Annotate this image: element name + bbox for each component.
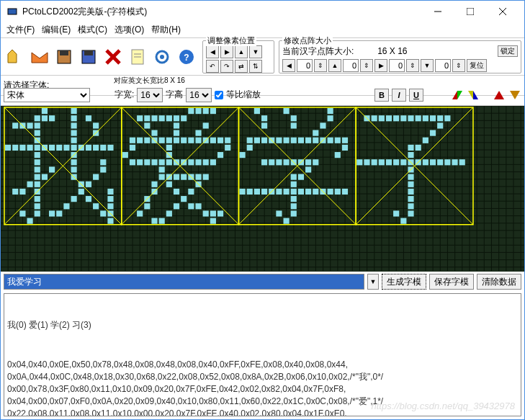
italic-button[interactable]: I (392, 89, 406, 102)
svg-rect-218 (166, 138, 172, 143)
pixel-pos-group: 调整像素位置 ◀ ▶ ▲ ▼ ↶ ↷ ⇄ ⇅ (202, 40, 274, 73)
flip3-icon[interactable] (493, 89, 506, 101)
svg-text:?: ? (184, 53, 189, 63)
minimize-button[interactable] (421, 1, 454, 22)
svg-rect-307 (284, 159, 290, 165)
pos-down-input[interactable] (435, 59, 451, 72)
arrow-down-icon[interactable]: ▼ (421, 59, 434, 72)
gear-button[interactable] (151, 43, 174, 71)
generate-button[interactable]: 生成字模 (382, 274, 426, 290)
mail-button[interactable] (28, 43, 51, 71)
spin4-icon[interactable]: ⇕ (452, 59, 465, 72)
svg-rect-196 (188, 108, 194, 114)
svg-rect-313 (291, 174, 297, 180)
svg-point-15 (160, 55, 164, 59)
svg-rect-268 (210, 210, 216, 216)
maximize-button[interactable] (454, 1, 486, 22)
svg-rect-252 (203, 174, 209, 180)
svg-rect-206 (181, 115, 187, 121)
spin-icon[interactable]: ⇕ (314, 59, 327, 72)
arrow-right-icon[interactable]: ▶ (374, 59, 387, 72)
svg-rect-151 (86, 145, 91, 151)
flip-h-icon[interactable]: ⇄ (235, 60, 248, 73)
rotate-left-icon[interactable]: ↶ (206, 60, 219, 73)
width-select[interactable]: 16 (137, 88, 163, 102)
menu-mode[interactable]: 模式(C) (78, 24, 107, 36)
svg-rect-368 (437, 159, 443, 165)
clear-button[interactable]: 清除数据 (477, 274, 521, 290)
svg-rect-211 (174, 130, 179, 136)
lock-button[interactable]: 锁定 (498, 45, 518, 57)
svg-rect-297 (328, 138, 333, 143)
output-area[interactable]: 我(0) 爱(1) 学(2) 习(3) 0x04,0x40,0x0E,0x50,… (4, 293, 521, 416)
svg-rect-353 (423, 138, 428, 143)
height-select[interactable]: 16 (186, 88, 212, 102)
svg-rect-177 (35, 196, 40, 202)
underline-button[interactable]: U (409, 89, 423, 102)
menu-options[interactable]: 选项(O) (115, 24, 144, 36)
move-up-icon[interactable]: ▲ (235, 45, 248, 58)
flip-v-icon[interactable]: ⇅ (249, 60, 262, 73)
flip2-icon[interactable] (467, 89, 480, 101)
svg-rect-220 (181, 138, 187, 143)
text-input[interactable] (4, 274, 364, 290)
delete-button[interactable] (102, 43, 125, 71)
svg-rect-208 (174, 122, 179, 128)
svg-rect-200 (137, 115, 143, 121)
open-button[interactable] (4, 43, 27, 71)
svg-rect-285 (313, 130, 318, 136)
flip4-icon[interactable] (508, 89, 521, 101)
pos-right-input[interactable] (389, 59, 405, 72)
floppy2-button[interactable] (77, 43, 100, 71)
save-font-button[interactable]: 保存字模 (429, 274, 474, 290)
move-left-icon[interactable]: ◀ (206, 45, 219, 58)
svg-rect-314 (298, 174, 304, 180)
pos-left-input[interactable] (297, 59, 313, 72)
pixel-canvas[interactable] (1, 106, 524, 272)
svg-rect-354 (408, 145, 413, 151)
bold-button[interactable]: B (374, 89, 389, 102)
svg-rect-159 (100, 159, 106, 165)
spin2-icon[interactable]: ⇕ (360, 59, 373, 72)
help-button[interactable]: ? (175, 43, 198, 71)
svg-rect-282 (261, 122, 267, 128)
svg-rect-230 (122, 152, 128, 158)
toolbar: ? 调整像素位置 ◀ ▶ ▲ ▼ ↶ ↷ ⇄ ⇅ 修改点阵大小 当前汉字点阵大小… (1, 38, 524, 76)
svg-rect-147 (56, 145, 62, 151)
svg-rect-235 (144, 159, 150, 165)
dropdown-icon[interactable]: ▼ (367, 274, 379, 290)
floppy-button[interactable] (53, 43, 76, 71)
svg-rect-379 (408, 210, 413, 216)
arrow-up-icon[interactable]: ▲ (328, 59, 341, 72)
svg-rect-125 (42, 115, 48, 121)
svg-rect-272 (210, 218, 216, 224)
svg-rect-141 (12, 145, 18, 151)
pos-up-input[interactable] (343, 59, 359, 72)
arrow-left-icon[interactable]: ◀ (282, 59, 295, 72)
svg-rect-184 (107, 203, 113, 209)
svg-rect-277 (284, 108, 290, 114)
menu-edit[interactable]: 编辑(E) (42, 24, 71, 36)
svg-rect-158 (71, 159, 77, 165)
svg-rect-358 (364, 159, 369, 165)
menu-file[interactable]: 文件(F) (6, 24, 35, 36)
menu-help[interactable]: 帮助(H) (151, 24, 181, 36)
move-right-icon[interactable]: ▶ (220, 45, 233, 58)
scale-checkbox[interactable] (215, 91, 223, 99)
flip1-icon[interactable] (451, 89, 464, 101)
svg-rect-234 (137, 159, 143, 165)
svg-rect-329 (335, 189, 341, 195)
rotate-right-icon[interactable]: ↷ (220, 60, 233, 73)
font-select[interactable]: 宋体 (4, 88, 90, 102)
svg-marker-18 (452, 91, 457, 99)
reset-button[interactable]: 复位 (467, 59, 487, 72)
close-button[interactable] (486, 1, 519, 22)
spin3-icon[interactable]: ⇕ (406, 59, 419, 72)
svg-rect-280 (291, 115, 297, 121)
svg-rect-186 (35, 210, 40, 216)
svg-rect-242 (195, 159, 201, 165)
svg-rect-132 (35, 122, 40, 128)
note-button[interactable] (126, 43, 149, 71)
move-down-icon[interactable]: ▼ (249, 45, 262, 58)
svg-rect-373 (408, 174, 413, 180)
